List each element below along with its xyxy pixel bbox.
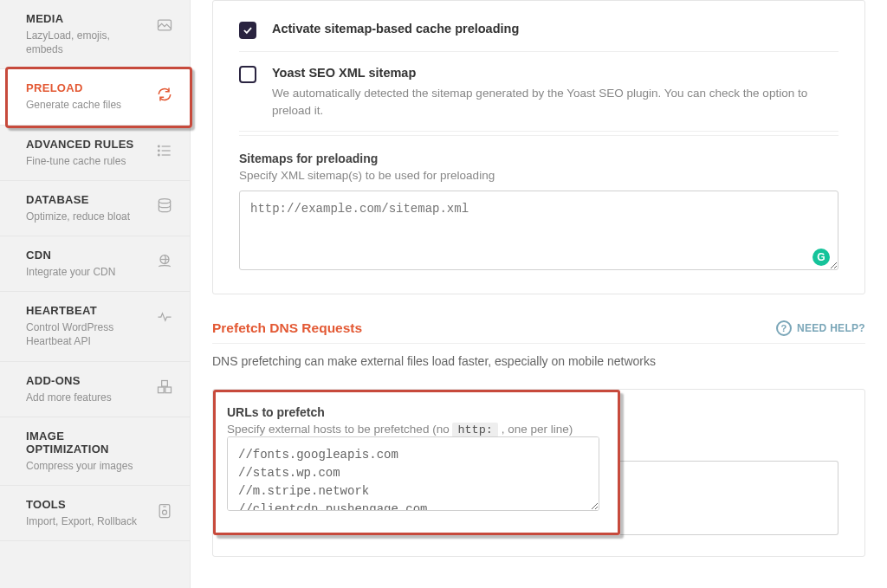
help-icon: ? <box>776 320 792 336</box>
sidebar-item-title: ADVANCED RULES <box>26 138 146 151</box>
svg-point-6 <box>159 154 160 156</box>
svg-rect-11 <box>162 380 168 386</box>
prefetch-urls-textarea[interactable] <box>227 436 599 511</box>
sidebar-item-title: ADD-ONS <box>26 374 146 387</box>
sidebar-item-desc: Optimize, reduce bloat <box>26 210 146 223</box>
checkbox-yoast-sitemap[interactable] <box>239 66 256 83</box>
sidebar-item-desc: LazyLoad, emojis, embeds <box>26 29 146 56</box>
blank-icon <box>155 433 174 452</box>
sidebar-item-media[interactable]: MEDIA LazyLoad, emojis, embeds <box>0 0 190 69</box>
sidebar-item-cdn[interactable]: CDN Integrate your CDN <box>0 236 190 292</box>
svg-point-7 <box>159 198 170 203</box>
sitemaps-for-preloading-field: Sitemaps for preloading Specify XML site… <box>239 152 838 273</box>
svg-rect-9 <box>159 387 165 393</box>
tools-icon <box>155 501 174 520</box>
prefetch-card: URLs to prefetch Specify external hosts … <box>212 389 865 557</box>
sidebar-item-desc: Add more features <box>26 391 146 404</box>
field-help: Specify XML sitemap(s) to be used for pr… <box>239 169 838 182</box>
sidebar-item-desc: Import, Export, Rollback <box>26 514 146 528</box>
section-intro-text: DNS prefetching can make external files … <box>212 354 865 368</box>
svg-point-5 <box>159 150 160 152</box>
settings-sidebar: MEDIA LazyLoad, emojis, embeds PRELOAD G… <box>0 0 191 588</box>
main-content: Activate sitemap-based cache preloading … <box>191 0 887 588</box>
http-code-chip: http: <box>452 423 498 437</box>
database-icon <box>155 197 174 216</box>
svg-point-4 <box>159 145 160 147</box>
sidebar-item-advanced-rules[interactable]: ADVANCED RULES Fine-tune cache rules <box>0 126 190 181</box>
option-activate-sitemap-preloading: Activate sitemap-based cache preloading <box>239 8 838 52</box>
addons-icon <box>155 378 174 397</box>
preload-settings-card: Activate sitemap-based cache preloading … <box>212 0 865 294</box>
option-description: We automatically detected the sitemap ge… <box>272 85 838 119</box>
sidebar-item-desc: Fine-tune cache rules <box>26 154 146 168</box>
field-help: Specify external hosts to be prefetched … <box>227 423 606 436</box>
globe-icon <box>155 252 174 271</box>
svg-point-13 <box>163 510 167 514</box>
svg-rect-10 <box>165 387 172 393</box>
sitemaps-textarea[interactable] <box>239 191 838 270</box>
checkbox-activate-sitemap[interactable] <box>239 22 256 39</box>
field-label: Sitemaps for preloading <box>239 152 838 165</box>
sidebar-item-desc: Generate cache files <box>26 98 146 112</box>
need-help-link[interactable]: ? NEED HELP? <box>776 320 865 336</box>
sidebar-item-title: PRELOAD <box>26 81 146 94</box>
sidebar-item-desc: Integrate your CDN <box>26 265 146 279</box>
section-heading: Prefetch DNS Requests <box>212 320 362 336</box>
sidebar-item-database[interactable]: DATABASE Optimize, reduce bloat <box>0 181 190 236</box>
sidebar-item-title: MEDIA <box>26 12 146 25</box>
option-label: Yoast SEO XML sitemap <box>272 66 838 80</box>
grammarly-icon[interactable]: G <box>813 249 830 266</box>
sidebar-item-image-optimization[interactable]: IMAGE OPTIMIZATION Compress your images <box>0 417 190 486</box>
sidebar-item-addons[interactable]: ADD-ONS Add more features <box>0 362 190 417</box>
sidebar-item-tools[interactable]: TOOLS Import, Export, Rollback <box>0 486 190 541</box>
list-icon <box>155 141 174 160</box>
sidebar-item-desc: Control WordPress Heartbeat API <box>26 320 146 348</box>
sidebar-item-preload[interactable]: PRELOAD Generate cache files <box>0 69 190 125</box>
sidebar-item-title: IMAGE OPTIMIZATION <box>26 430 146 456</box>
prefetch-dns-section: Prefetch DNS Requests ? NEED HELP? DNS p… <box>212 320 865 588</box>
refresh-icon <box>155 85 174 104</box>
sidebar-item-title: CDN <box>26 249 146 262</box>
image-icon <box>155 16 174 35</box>
field-label: URLs to prefetch <box>227 405 606 419</box>
sidebar-item-desc: Compress your images <box>26 459 146 473</box>
option-yoast-seo-sitemap: Yoast SEO XML sitemap We automatically d… <box>239 52 838 132</box>
option-label: Activate sitemap-based cache preloading <box>272 22 519 36</box>
sidebar-item-heartbeat[interactable]: HEARTBEAT Control WordPress Heartbeat AP… <box>0 292 190 361</box>
heartbeat-icon <box>155 307 174 326</box>
need-help-label: NEED HELP? <box>797 322 865 334</box>
sidebar-item-title: HEARTBEAT <box>26 304 146 317</box>
sidebar-item-title: TOOLS <box>26 498 146 511</box>
sidebar-item-title: DATABASE <box>26 193 146 206</box>
